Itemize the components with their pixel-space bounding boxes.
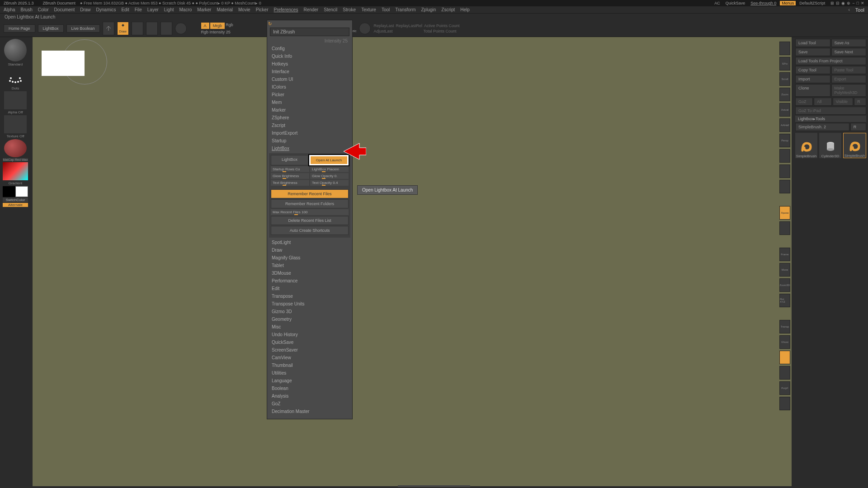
tool-thumb-simplebrush-sel[interactable]: SimpleBrush bbox=[843, 133, 866, 158]
goz-button[interactable]: GoZ bbox=[795, 98, 813, 106]
ac-label[interactable]: AC bbox=[714, 1, 720, 5]
tool-palette-label[interactable]: Tool bbox=[855, 7, 864, 13]
mrgb-mode-button[interactable]: Mrgb bbox=[210, 23, 225, 29]
export-button[interactable]: Export bbox=[831, 75, 867, 83]
menu-brush[interactable]: Brush bbox=[21, 7, 33, 12]
lazy-mouse-button[interactable] bbox=[359, 23, 371, 34]
pref-draw[interactable]: Draw bbox=[267, 246, 352, 254]
pref-undo[interactable]: Undo History bbox=[267, 331, 352, 338]
pref-marker[interactable]: Marker bbox=[267, 106, 352, 114]
xpose-button[interactable]: Xpose bbox=[779, 206, 790, 220]
goz-button[interactable] bbox=[103, 22, 114, 35]
primary-color-swatch[interactable] bbox=[15, 186, 28, 197]
pref-3dmouse[interactable]: 3DMouse bbox=[267, 269, 352, 277]
floor-button[interactable] bbox=[779, 149, 790, 163]
lightbox-toggle[interactable]: LightBox bbox=[271, 155, 308, 165]
minimize-icon[interactable]: − bbox=[852, 1, 854, 5]
menu-stencil[interactable]: Stencil bbox=[324, 7, 337, 12]
pref-zscript[interactable]: Zscript bbox=[267, 122, 352, 129]
pref-tablet[interactable]: Tablet bbox=[267, 262, 352, 269]
menu-color[interactable]: Color bbox=[38, 7, 49, 12]
text-brightness-slider[interactable]: Text Brightness bbox=[271, 180, 309, 186]
clone-button[interactable]: Clone bbox=[795, 84, 830, 97]
refresh-icon[interactable]: ↻ bbox=[268, 21, 272, 26]
menu-draw[interactable]: Draw bbox=[80, 7, 90, 12]
ghost-button[interactable]: Ghost bbox=[779, 335, 790, 349]
zoom3d-button[interactable]: Zoom3D bbox=[779, 278, 790, 292]
menus-button[interactable]: Menus bbox=[780, 1, 796, 5]
bpr-button[interactable] bbox=[779, 42, 790, 55]
menu-tool[interactable]: Tool bbox=[382, 7, 390, 12]
pref-hotkeys[interactable]: Hotkeys bbox=[267, 60, 352, 68]
pref-geometry[interactable]: Geometry bbox=[267, 315, 352, 323]
local-button[interactable] bbox=[779, 164, 790, 178]
menu-transform[interactable]: Transform bbox=[395, 7, 415, 12]
remember-folders-toggle[interactable]: Remember Recent Folders bbox=[271, 199, 349, 208]
sculptris-button[interactable] bbox=[175, 23, 187, 34]
close-icon[interactable]: ✕ bbox=[861, 1, 864, 5]
auto-shortcuts-toggle[interactable]: Auto Create Shortcuts bbox=[271, 226, 349, 235]
move-button[interactable] bbox=[132, 22, 143, 35]
menu-material[interactable]: Material bbox=[217, 7, 233, 12]
import-button[interactable]: Import bbox=[795, 75, 830, 83]
glow-opacity-slider[interactable]: Glow Opacity 0. bbox=[310, 173, 349, 179]
text-opacity-slider[interactable]: Text Opacity 0.4 bbox=[310, 180, 349, 186]
scale-button[interactable] bbox=[146, 22, 158, 35]
pref-importexport[interactable]: ImportExport bbox=[267, 129, 352, 137]
pref-gizmo[interactable]: Gizmo 3D bbox=[267, 308, 352, 315]
tool-r-button[interactable]: R bbox=[850, 123, 866, 131]
tool-thumb-simplebrush[interactable]: SimpleBrush bbox=[795, 133, 817, 158]
menu-alpha[interactable]: Alpha bbox=[4, 7, 15, 12]
layout-icon[interactable]: ⊞ bbox=[830, 1, 834, 5]
menu-help[interactable]: Help bbox=[460, 7, 470, 12]
persp-button[interactable]: Persp bbox=[779, 134, 790, 147]
rgb-mode-button[interactable]: Rgb bbox=[226, 23, 233, 29]
menu-dynamics[interactable]: Dynamics bbox=[96, 7, 116, 12]
pref-zsphere[interactable]: ZSphere bbox=[267, 114, 352, 122]
delete-recent-button[interactable]: Delete Recent Files List bbox=[271, 216, 349, 225]
pref-language[interactable]: Language bbox=[267, 377, 352, 385]
lightbox-placement-slider[interactable]: LightBox Placem bbox=[310, 166, 349, 172]
save-as-button[interactable]: Save As bbox=[831, 39, 867, 47]
dynamic-button[interactable] bbox=[779, 366, 790, 380]
material-thumbnail[interactable] bbox=[4, 139, 27, 157]
script-label[interactable]: DefaultZScript bbox=[799, 1, 825, 5]
pref-transpose-units[interactable]: Transpose Units bbox=[267, 300, 352, 308]
menu-marker[interactable]: Marker bbox=[197, 7, 211, 12]
alternate-button[interactable]: Alternate bbox=[3, 203, 28, 207]
pref-decimation[interactable]: Decimation Master bbox=[267, 408, 352, 415]
menu-texture[interactable]: Texture bbox=[361, 7, 376, 12]
menu-document[interactable]: Document bbox=[54, 7, 75, 12]
actual-button[interactable]: Actual bbox=[779, 103, 790, 117]
maximize-icon[interactable]: □ bbox=[857, 1, 859, 5]
menu-movie[interactable]: Movie bbox=[238, 7, 250, 12]
menu-zplugin[interactable]: Zplugin bbox=[421, 7, 436, 12]
goz-visible-button[interactable]: Visible bbox=[833, 98, 854, 106]
rotate-button[interactable]: Rot XYZ bbox=[779, 294, 790, 307]
menu-light[interactable]: Light bbox=[164, 7, 174, 12]
unknown-button-1[interactable] bbox=[779, 221, 790, 235]
pref-icolors[interactable]: IColors bbox=[267, 83, 352, 91]
goz-r-button[interactable]: R bbox=[854, 98, 866, 106]
copy-tool-button[interactable]: Copy Tool bbox=[795, 66, 830, 74]
menu-edit[interactable]: Edit bbox=[121, 7, 129, 12]
layout-icon-2[interactable]: ⊟ bbox=[836, 1, 840, 5]
pref-goz[interactable]: GoZ bbox=[267, 400, 352, 408]
goz-all-button[interactable]: All bbox=[814, 98, 831, 106]
pref-transpose[interactable]: Transpose bbox=[267, 292, 352, 300]
polymesh-button[interactable]: Make PolyMesh3D bbox=[831, 84, 867, 97]
chevron-left-icon[interactable]: ‹ bbox=[848, 7, 849, 12]
spix-button[interactable]: SPix bbox=[779, 57, 790, 70]
live-boolean-tab[interactable]: Live Boolean bbox=[66, 24, 100, 33]
pref-misc[interactable]: Misc bbox=[267, 323, 352, 331]
quicksave-button[interactable]: QuickSave bbox=[726, 1, 745, 5]
unknown-button-2[interactable] bbox=[779, 397, 790, 410]
zoom-button[interactable]: Zoom bbox=[779, 88, 790, 101]
load-tool-button[interactable]: Load Tool bbox=[795, 39, 830, 47]
lightbox-tab[interactable]: LightBox bbox=[38, 24, 64, 33]
menu-zscript[interactable]: Zscript bbox=[441, 7, 455, 12]
pref-performance[interactable]: Performance bbox=[267, 277, 352, 285]
pref-interface[interactable]: Interface bbox=[267, 68, 352, 75]
rotate-button[interactable] bbox=[160, 22, 172, 35]
max-recent-slider[interactable]: Max Recent Files 100 bbox=[271, 209, 349, 215]
